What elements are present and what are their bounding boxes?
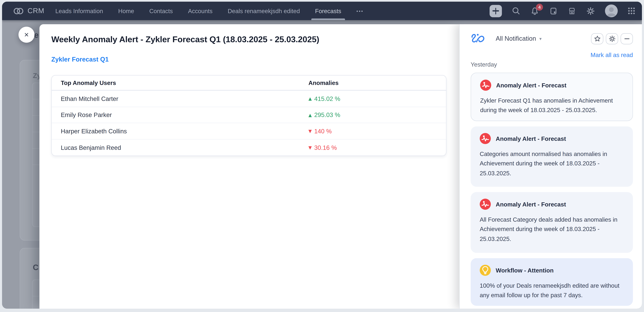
navbar-actions: 4 bbox=[490, 4, 635, 17]
forecast-link[interactable]: Zykler Forecast Q1 bbox=[52, 56, 109, 63]
notification-title: Anomaly Alert - Forecast bbox=[496, 201, 566, 208]
notification-list: Anomaly Alert - Forecast Zykler Forecast… bbox=[471, 73, 633, 306]
zoho-crm-logo-icon bbox=[13, 6, 24, 15]
trend-down-icon: ▼ bbox=[308, 129, 312, 133]
user-name: Ethan Mitchell Carter bbox=[52, 95, 308, 102]
tab-contacts[interactable]: Contacts bbox=[149, 7, 173, 14]
app-window: CRM Leads Information Home Contacts Acco… bbox=[2, 2, 642, 309]
notification-body: 100% of your Deals renameekjsdh edited a… bbox=[480, 281, 626, 300]
table-row: Ethan Mitchell Carter ▲ 415.02 % bbox=[52, 91, 446, 107]
anomaly-percent: 295.03 % bbox=[314, 111, 340, 118]
table-header-row: Top Anomaly Users Anomalies bbox=[52, 75, 446, 91]
minimize-panel-button[interactable] bbox=[620, 33, 633, 44]
notification-filter-dropdown[interactable]: All Notification ▾ bbox=[496, 35, 542, 42]
anomaly-table: Top Anomaly Users Anomalies Ethan Mitche… bbox=[52, 75, 446, 156]
zia-notifications-panel: All Notification ▾ bbox=[459, 24, 642, 309]
user-name: Emily Rose Parker bbox=[52, 111, 308, 118]
top-navbar: CRM Leads Information Home Contacts Acco… bbox=[2, 2, 642, 20]
notification-card[interactable]: Workflow - Attention 100% of your Deals … bbox=[471, 258, 633, 306]
page-backdrop-overlay: re Zy C × Weekly Anomaly Alert - Zykler … bbox=[2, 20, 642, 309]
chevron-down-icon: ▾ bbox=[540, 36, 542, 41]
calendar-icon[interactable] bbox=[549, 6, 558, 15]
user-avatar[interactable] bbox=[605, 4, 618, 17]
brand-name: CRM bbox=[28, 6, 44, 15]
tab-accounts[interactable]: Accounts bbox=[188, 7, 212, 14]
anomaly-percent: 140 % bbox=[314, 128, 332, 134]
anomaly-pulse-icon bbox=[480, 133, 491, 144]
star-icon bbox=[593, 35, 601, 42]
notification-card[interactable]: Anomaly Alert - Forecast All Forecast Ca… bbox=[471, 192, 633, 253]
trend-up-icon: ▲ bbox=[308, 96, 312, 101]
column-header-anomalies: Anomalies bbox=[308, 79, 446, 86]
anomaly-value: ▲ 295.03 % bbox=[308, 111, 446, 118]
modal-title: Weekly Anomaly Alert - Zykler Forecast Q… bbox=[52, 34, 447, 44]
marketplace-store-icon[interactable] bbox=[568, 6, 576, 15]
user-name: Lucas Benjamin Reed bbox=[52, 144, 308, 151]
zia-logo bbox=[471, 32, 487, 45]
more-tabs-button[interactable]: ••• bbox=[356, 8, 364, 13]
anomaly-percent: 415.02 % bbox=[314, 95, 340, 102]
notification-count-badge: 4 bbox=[536, 3, 543, 10]
anomaly-pulse-icon bbox=[480, 199, 491, 210]
close-icon: × bbox=[24, 30, 29, 39]
notification-body: All Forecast Category deals added has an… bbox=[480, 215, 626, 244]
workflow-bulb-icon bbox=[480, 265, 491, 276]
search-icon[interactable] bbox=[512, 6, 520, 15]
trend-down-icon: ▼ bbox=[308, 145, 312, 150]
tab-leads-information[interactable]: Leads Information bbox=[56, 7, 103, 14]
panel-header: All Notification ▾ bbox=[471, 32, 633, 45]
mark-all-as-read-link[interactable]: Mark all as read bbox=[471, 52, 633, 58]
user-name: Harper Elizabeth Collins bbox=[52, 128, 308, 134]
trend-up-icon: ▲ bbox=[308, 113, 312, 117]
module-tabs: Leads Information Home Contacts Accounts… bbox=[56, 7, 364, 14]
anomaly-pulse-icon bbox=[480, 80, 491, 91]
notification-card[interactable]: Anomaly Alert - Forecast Categories amou… bbox=[471, 126, 633, 187]
notification-settings-button[interactable] bbox=[606, 33, 618, 44]
weekly-anomaly-alert-modal: Weekly Anomaly Alert - Zykler Forecast Q… bbox=[40, 24, 459, 309]
section-label-yesterday: Yesterday bbox=[471, 61, 633, 68]
notifications-bell[interactable]: 4 bbox=[530, 6, 539, 15]
notification-card[interactable]: Anomaly Alert - Forecast Zykler Forecast… bbox=[471, 73, 633, 121]
column-header-users: Top Anomaly Users bbox=[52, 79, 308, 86]
table-row: Harper Elizabeth Collins ▼ 140 % bbox=[52, 123, 446, 139]
filter-label: All Notification bbox=[496, 35, 536, 42]
favorite-button[interactable] bbox=[591, 33, 604, 44]
close-modal-button[interactable]: × bbox=[18, 27, 34, 43]
notification-title: Anomaly Alert - Forecast bbox=[496, 82, 566, 88]
notification-body: Zykler Forecast Q1 has anomalies in Achi… bbox=[480, 96, 625, 115]
crm-logo[interactable]: CRM bbox=[13, 6, 44, 15]
tab-deals[interactable]: Deals renameekjsdh edited bbox=[228, 7, 300, 14]
notification-title: Workflow - Attention bbox=[496, 267, 554, 274]
background-card-title: C bbox=[33, 263, 38, 272]
app-launcher-grid-icon[interactable] bbox=[628, 7, 635, 15]
table-row: Emily Rose Parker ▲ 295.03 % bbox=[52, 107, 446, 123]
anomaly-value: ▼ 140 % bbox=[308, 128, 446, 134]
avatar-silhouette-icon bbox=[605, 4, 618, 17]
minus-icon bbox=[623, 35, 631, 42]
tab-forecasts[interactable]: Forecasts bbox=[315, 7, 341, 14]
settings-gear-icon[interactable] bbox=[586, 6, 595, 15]
panel-buttons bbox=[591, 33, 633, 44]
quick-create-button[interactable] bbox=[490, 5, 502, 17]
tab-home[interactable]: Home bbox=[118, 7, 134, 14]
gear-icon bbox=[608, 35, 616, 42]
notification-title: Anomaly Alert - Forecast bbox=[496, 135, 566, 142]
anomaly-percent: 30.16 % bbox=[314, 144, 337, 151]
table-row: Lucas Benjamin Reed ▼ 30.16 % bbox=[52, 139, 446, 156]
notification-body: Categories amount normalised has anomali… bbox=[480, 149, 626, 178]
anomaly-value: ▲ 415.02 % bbox=[308, 95, 446, 102]
anomaly-value: ▼ 30.16 % bbox=[308, 144, 446, 151]
